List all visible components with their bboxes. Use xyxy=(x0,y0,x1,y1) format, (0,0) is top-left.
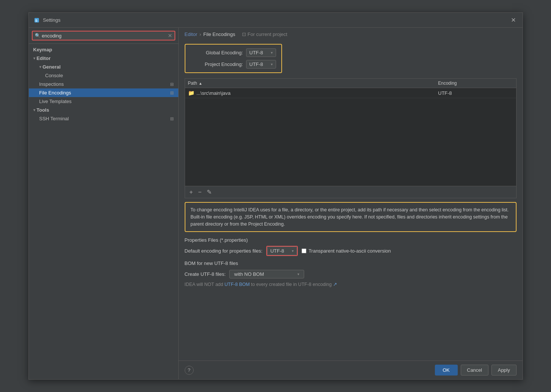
search-input-wrap: 🔍 ✕ xyxy=(32,31,175,40)
global-encoding-dropdown[interactable]: UTF-8 ▾ xyxy=(246,48,276,57)
sidebar-item-label: Live Templates xyxy=(39,99,72,104)
default-encoding-dropdown[interactable]: UTF-8 ▾ xyxy=(267,247,297,255)
copy-icon: ⊞ xyxy=(170,116,174,121)
settings-body: Global Encoding: UTF-8 ▾ Project Encodin… xyxy=(179,41,523,361)
ok-button[interactable]: OK xyxy=(435,365,458,376)
app-icon: S xyxy=(33,17,40,24)
copy-icon: ⊞ xyxy=(170,90,174,96)
bom-section: BOM for new UTF-8 files Create UTF-8 fil… xyxy=(185,260,517,287)
bom-note-suffix: to every created file in UTF-8 encoding xyxy=(251,282,331,287)
bom-row: Create UTF-8 files: with NO BOM ▾ xyxy=(185,270,517,278)
encoding-cell: UTF-8 xyxy=(438,90,513,96)
sidebar-item-editor[interactable]: ▾ Editor xyxy=(29,54,178,63)
sort-arrow: ▲ xyxy=(199,81,202,85)
table-body: 📁 ...\src\main\java UTF-8 xyxy=(185,88,516,186)
titlebar: S Settings ✕ xyxy=(29,13,523,28)
project-encoding-value: UTF-8 xyxy=(249,61,263,67)
footer-left: ? xyxy=(185,366,194,375)
footer: ? OK Cancel Apply xyxy=(179,361,523,379)
external-link-arrow: ↗ xyxy=(333,282,337,287)
sidebar-item-label: Keymap xyxy=(33,47,52,52)
project-icon: ⊡ xyxy=(242,31,246,37)
global-encoding-value: UTF-8 xyxy=(249,50,263,55)
encoding-box: Global Encoding: UTF-8 ▾ Project Encodin… xyxy=(185,44,282,73)
add-row-button[interactable]: + xyxy=(188,188,194,196)
nav-tree: Keymap ▾ Editor ▾ General xyxy=(29,44,178,379)
search-icon: 🔍 xyxy=(35,33,40,38)
sidebar-item-label: SSH Terminal xyxy=(39,116,69,121)
bom-note: IDEA will NOT add UTF-8 BOM to every cre… xyxy=(185,281,517,287)
for-project-label: For current project xyxy=(248,31,287,37)
encoding-column-header: Encoding xyxy=(438,81,513,86)
sidebar-item-label: Inspections xyxy=(39,81,64,87)
create-label: Create UTF-8 files: xyxy=(185,271,226,277)
properties-section-title: Properties Files (*.properties) xyxy=(185,237,517,243)
help-button[interactable]: ? xyxy=(185,366,194,375)
expand-arrow-tools: ▾ xyxy=(33,108,35,112)
table-header: Path ▲ Encoding xyxy=(185,79,516,88)
close-button[interactable]: ✕ xyxy=(509,16,518,25)
sidebar-item-tools[interactable]: ▾ Tools xyxy=(29,106,178,114)
project-encoding-dropdown[interactable]: UTF-8 ▾ xyxy=(246,60,276,69)
project-encoding-row: Project Encoding: UTF-8 ▾ xyxy=(191,60,276,69)
transparent-label: Transparent native-to-ascii conversion xyxy=(309,248,391,254)
for-current-project: ⊡ For current project xyxy=(242,31,287,37)
default-encoding-value: UTF-8 xyxy=(270,248,284,254)
sidebar-item-file-encodings[interactable]: File Encodings ⊞ xyxy=(29,88,178,97)
settings-dialog: S Settings ✕ 🔍 ✕ Keymap xyxy=(28,12,523,380)
sidebar-item-label: File Encodings xyxy=(39,90,71,96)
expand-arrow-general: ▾ xyxy=(39,65,41,69)
default-encoding-dropdown-wrap: UTF-8 ▾ xyxy=(266,246,298,256)
sidebar-item-inspections[interactable]: Inspections ⊞ xyxy=(29,80,178,88)
main-panel: Editor › File Encodings ⊡ For current pr… xyxy=(179,28,523,379)
path-column-header: Path ▲ xyxy=(188,81,438,86)
properties-row: Default encoding for properties files: U… xyxy=(185,246,517,256)
transparent-checkbox[interactable] xyxy=(302,248,306,253)
footer-right: OK Cancel Apply xyxy=(435,365,517,376)
encoding-value: UTF-8 xyxy=(438,90,452,96)
sidebar-item-keymap[interactable]: Keymap xyxy=(29,45,178,54)
global-encoding-label: Global Encoding: xyxy=(191,50,243,55)
expand-arrow-editor: ▾ xyxy=(33,56,35,60)
dropdown-arrow: ▾ xyxy=(271,51,273,55)
copy-icon: ⊞ xyxy=(170,82,174,87)
sidebar-item-console[interactable]: Console xyxy=(29,71,178,80)
folder-icon: 📁 xyxy=(188,90,194,96)
breadcrumb: Editor › File Encodings ⊡ For current pr… xyxy=(179,28,523,41)
remove-row-button[interactable]: − xyxy=(197,188,203,196)
dropdown-arrow: ▾ xyxy=(271,62,273,66)
apply-button[interactable]: Apply xyxy=(491,365,517,376)
path-cell: 📁 ...\src\main\java xyxy=(188,90,438,96)
sidebar-item-general[interactable]: ▾ General xyxy=(29,63,178,71)
dropdown-arrow: ▾ xyxy=(297,272,299,276)
utf8-bom-link[interactable]: UTF-8 BOM xyxy=(224,282,249,287)
breadcrumb-editor[interactable]: Editor xyxy=(185,31,197,37)
bom-create-dropdown[interactable]: with NO BOM ▾ xyxy=(229,270,304,278)
encodings-table: Path ▲ Encoding 📁 ...\src\main\java xyxy=(185,78,517,198)
dialog-title: Settings xyxy=(43,17,509,23)
project-encoding-label: Project Encoding: xyxy=(191,61,243,67)
sidebar: 🔍 ✕ Keymap ▾ Editor xyxy=(29,28,179,379)
bom-note-prefix: IDEA will NOT add xyxy=(185,282,225,287)
edit-row-button[interactable]: ✎ xyxy=(205,188,213,196)
path-value: ...\src\main\java xyxy=(197,90,231,96)
sidebar-item-label: Console xyxy=(45,73,63,78)
sidebar-item-label: Editor xyxy=(37,55,51,61)
svg-text:S: S xyxy=(35,19,37,22)
sidebar-item-live-templates[interactable]: Live Templates xyxy=(29,97,178,106)
search-clear-button[interactable]: ✕ xyxy=(168,33,172,39)
info-box: To change encoding IntelliJ IDEA uses fo… xyxy=(185,202,517,232)
default-encoding-label: Default encoding for properties files: xyxy=(185,248,263,254)
search-input[interactable] xyxy=(42,33,168,39)
breadcrumb-arrow: › xyxy=(199,31,201,37)
bom-section-title: BOM for new UTF-8 files xyxy=(185,260,517,266)
global-encoding-row: Global Encoding: UTF-8 ▾ xyxy=(191,48,276,57)
table-row[interactable]: 📁 ...\src\main\java UTF-8 xyxy=(185,88,516,98)
cancel-button[interactable]: Cancel xyxy=(461,365,488,376)
breadcrumb-current: File Encodings xyxy=(203,31,235,37)
properties-section: Properties Files (*.properties) Default … xyxy=(185,237,517,260)
info-text: To change encoding IntelliJ IDEA uses fo… xyxy=(191,207,509,227)
sidebar-item-ssh-terminal[interactable]: SSH Terminal ⊞ xyxy=(29,114,178,123)
sidebar-item-label: Tools xyxy=(37,107,49,113)
sidebar-item-label: General xyxy=(43,64,61,70)
